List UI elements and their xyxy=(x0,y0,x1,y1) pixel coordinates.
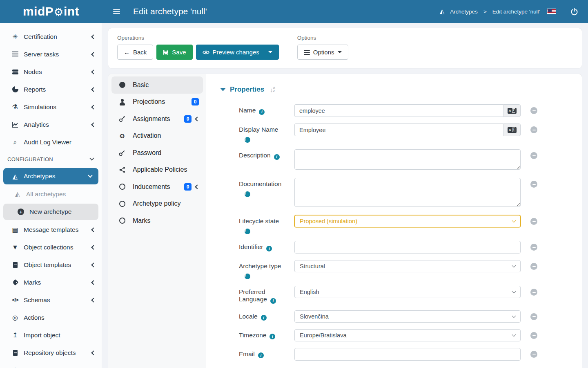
bullseye-icon: ◎ xyxy=(10,314,20,321)
tab-applicable-policies[interactable]: Applicable Policies xyxy=(111,162,203,179)
info-icon[interactable]: i xyxy=(245,137,250,143)
brand-text: midP⚙int xyxy=(23,4,79,18)
locale-flag-us[interactable] xyxy=(547,9,556,14)
translate-button[interactable]: Až xyxy=(503,123,521,136)
sidebar-item-schemas[interactable]: </>Schemas xyxy=(0,291,102,309)
info-icon[interactable]: i xyxy=(245,274,250,279)
sidebar-item-repository-objects[interactable]: Repository objects xyxy=(0,344,102,361)
sidebar-item-nodes[interactable]: Nodes xyxy=(0,63,102,81)
timezone-select[interactable]: Europe/Bratislava xyxy=(294,329,521,341)
sidebar-item-import-object[interactable]: ↥Import object xyxy=(0,326,102,344)
description-textarea[interactable] xyxy=(294,149,521,170)
name-label: Namei xyxy=(239,104,294,115)
gear-logo-icon: ⚙ xyxy=(53,6,64,18)
sidebar-item-server-tasks[interactable]: Server tasks xyxy=(0,45,102,63)
chart-line-icon xyxy=(10,122,20,128)
info-icon[interactable]: i xyxy=(245,229,250,234)
logout-power-icon[interactable] xyxy=(569,7,579,16)
preview-changes-button[interactable]: Preview changes xyxy=(196,45,279,60)
tab-password[interactable]: Password xyxy=(111,144,203,162)
circle-outline-icon xyxy=(117,184,127,190)
count-badge: 0 xyxy=(192,98,199,105)
remove-value-button[interactable] xyxy=(530,263,537,270)
tab-assignments[interactable]: Assignments0 xyxy=(111,110,203,128)
identifier-field-row: Identifieri xyxy=(239,241,570,254)
preview-dropdown-caret-icon[interactable] xyxy=(268,51,272,53)
info-icon[interactable]: i xyxy=(274,154,280,160)
info-icon[interactable]: i xyxy=(258,352,264,358)
remove-value-button[interactable] xyxy=(530,244,537,251)
save-button[interactable]: Save xyxy=(156,45,192,60)
info-icon[interactable]: i xyxy=(259,109,265,115)
properties-section-header[interactable]: Properties ↓AZ xyxy=(220,85,570,94)
remove-value-button[interactable] xyxy=(530,152,537,159)
sidebar-item-audit-log-viewer[interactable]: ⌕Audit Log Viewer xyxy=(0,133,102,151)
sidebar-item-all-archetypes[interactable]: ◭All archetypes xyxy=(0,185,102,203)
remove-value-button[interactable] xyxy=(530,107,537,114)
sidebar-item-object-templates[interactable]: Object templates xyxy=(0,256,102,274)
options-button[interactable]: Options xyxy=(297,45,348,60)
chevron-left-icon xyxy=(91,280,96,285)
info-icon[interactable]: i xyxy=(245,191,250,197)
info-icon[interactable]: i xyxy=(261,315,267,321)
gear-icon: ⚙ xyxy=(10,366,20,368)
remove-value-button[interactable] xyxy=(530,218,537,225)
archetype-type-select[interactable]: Structural xyxy=(294,260,521,272)
translate-button[interactable]: Až xyxy=(503,104,521,117)
tab-activation[interactable]: ♻Activation xyxy=(111,128,203,145)
identifier-input[interactable] xyxy=(294,241,521,254)
options-label: Options xyxy=(297,35,348,41)
tab-inducements[interactable]: Inducements0 xyxy=(111,178,203,195)
locale-select[interactable]: Slovenčina xyxy=(294,310,521,323)
midpoint-logo[interactable]: midP⚙int xyxy=(0,4,102,18)
info-icon[interactable]: i xyxy=(270,298,276,304)
remove-value-button[interactable] xyxy=(530,351,537,358)
floppy-save-icon xyxy=(163,49,169,55)
info-icon[interactable]: i xyxy=(266,246,272,251)
sort-alpha-icon[interactable]: ↓AZ xyxy=(270,86,275,93)
lifecycle-state-select[interactable]: Proposed (simulation) xyxy=(294,215,521,227)
sidebar-item-certification[interactable]: ✳Certification xyxy=(0,28,102,45)
sidebar-item-system[interactable]: ⚙System xyxy=(0,361,102,368)
sidebar-item-simulations[interactable]: ⚗Simulations xyxy=(0,98,102,116)
sidebar-item-new-archetype[interactable]: +New archetype xyxy=(3,204,98,220)
sidebar-item-archetypes[interactable]: ◭Archetypes xyxy=(3,168,98,184)
sidebar-item-reports[interactable]: Reports xyxy=(0,81,102,98)
sidebar-item-object-collections[interactable]: ▼Object collections xyxy=(0,238,102,256)
remove-value-button[interactable] xyxy=(530,332,537,339)
tab-archetype-policy[interactable]: Archetype policy xyxy=(111,195,203,213)
info-icon[interactable]: i xyxy=(270,334,275,339)
name-input[interactable] xyxy=(294,104,503,117)
breadcrumb: ◭ Archetypes > Edit archetype 'null' xyxy=(440,8,540,15)
email-input[interactable] xyxy=(294,348,521,361)
sidebar-item-actions[interactable]: ◎Actions xyxy=(0,309,102,326)
tab-projections[interactable]: Projections0 xyxy=(111,94,203,111)
tab-marks[interactable]: Marks xyxy=(111,212,203,229)
preferred-language-select[interactable]: English xyxy=(294,286,521,298)
remove-value-button[interactable] xyxy=(530,126,537,133)
share-icon xyxy=(117,167,127,173)
sidebar-section-configuration[interactable]: CONFIGURATION xyxy=(0,151,102,167)
code-icon: </> xyxy=(10,297,20,303)
file-icon xyxy=(10,350,20,356)
book-icon: ▤ xyxy=(10,226,20,233)
collapse-caret-icon[interactable] xyxy=(220,88,226,91)
sidebar-toggle-button[interactable] xyxy=(107,3,126,20)
tab-basic[interactable]: Basic xyxy=(111,76,203,94)
chevron-left-icon xyxy=(91,245,96,249)
tag-icon xyxy=(10,280,20,285)
upload-icon: ↥ xyxy=(10,331,20,339)
sidebar-item-marks[interactable]: Marks xyxy=(0,274,102,291)
language-icon: Až xyxy=(508,127,517,133)
breadcrumb-section[interactable]: Archetypes xyxy=(450,9,478,15)
remove-value-button[interactable] xyxy=(530,289,537,296)
documentation-textarea[interactable] xyxy=(294,178,521,207)
remove-value-button[interactable] xyxy=(530,181,537,188)
sidebar-item-message-templates[interactable]: ▤Message templates xyxy=(0,221,102,238)
archetype-type-label: Archetype typei xyxy=(239,260,294,279)
display-name-input[interactable] xyxy=(294,123,503,136)
remove-value-button[interactable] xyxy=(530,313,537,320)
preferred-language-label: Preferred Languagei xyxy=(239,286,294,304)
sidebar-item-analytics[interactable]: Analytics xyxy=(0,116,102,133)
back-button[interactable]: ← Back xyxy=(117,45,153,60)
